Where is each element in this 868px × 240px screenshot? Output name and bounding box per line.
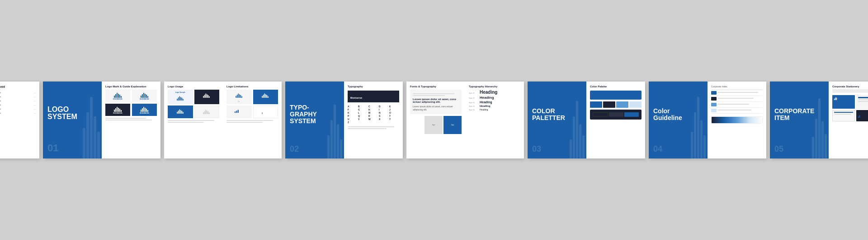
svg-rect-44	[179, 96, 180, 101]
page-spread-9: ColorGuideline 04 Corporate Index	[649, 82, 766, 158]
limitations-grid: ✕	[226, 90, 278, 118]
color-palette-left: COLORPALETTER 03	[528, 82, 586, 158]
toc-row-6: 06 Page Title Here —	[0, 111, 36, 114]
svg-rect-49	[204, 95, 205, 98]
svg-rect-61	[204, 111, 205, 114]
color-palette-sub-title: Color Palette	[590, 85, 642, 88]
alpha-T: T	[389, 115, 399, 117]
cg-table	[711, 90, 763, 114]
toc-row-1: 01 Page Title Here —	[0, 91, 36, 94]
svg-rect-68	[238, 94, 239, 98]
svg-rect-57	[180, 110, 181, 114]
svg-rect-20	[117, 93, 118, 98]
h-level-5: Style 05 Heading	[469, 108, 520, 111]
logo-ex-1: BUSINESS	[105, 90, 130, 102]
corp-stationery-title: Corporate Stationery	[832, 85, 868, 88]
typography-title: Typography	[348, 85, 399, 88]
toc-list: 01 Page Title Here — 02 Page Title Here …	[0, 91, 36, 114]
heading-lg: Heading	[480, 96, 494, 100]
alpha-A: A	[348, 105, 358, 108]
style-box-2: Style	[443, 116, 462, 134]
svg-rect-64	[208, 111, 209, 114]
svg-rect-71	[241, 96, 242, 98]
cg-deco	[689, 82, 708, 158]
limit-item-2	[253, 90, 278, 104]
svg-rect-56	[179, 110, 180, 114]
page-spread-7: Fonts & Typography Lorem ipsum dolor sit…	[406, 82, 524, 158]
alpha-X: X	[379, 118, 389, 120]
gradient-bar	[711, 116, 763, 124]
swatch-dark-1	[593, 112, 608, 117]
usage-item-4	[194, 106, 220, 118]
pages-container: BUSINESS TAGLINE GOES HERE BRAND GUIDELI…	[0, 72, 868, 168]
heading-xs: Heading	[480, 108, 488, 111]
style-box: Style	[425, 116, 443, 134]
cg-row-1	[711, 96, 763, 102]
svg-rect-74	[264, 94, 265, 98]
swatch-dark-3	[624, 112, 639, 117]
alpha-V: V	[358, 118, 368, 120]
alpha-O: O	[389, 111, 399, 114]
h-level-3: Style 03 Heading	[469, 101, 520, 104]
alpha-Z: Z	[348, 121, 358, 124]
svg-rect-80	[237, 110, 238, 113]
cg-right: Corporate Index	[708, 82, 766, 158]
typo-right: Typography Montserrat A B C D E F G H I …	[344, 82, 403, 158]
style-indicators: Style Style	[410, 116, 462, 134]
svg-rect-54	[177, 112, 178, 114]
stationery-items-2	[832, 110, 868, 121]
svg-rect-79	[236, 110, 237, 113]
svg-rect-25	[142, 94, 143, 98]
toc-right: Table Content 01 Page Title Here — 02 Pa…	[0, 82, 39, 158]
alpha-I: I	[379, 108, 389, 111]
typo-hierarchy-right: Typography Hierarchy Style 01 Heading St…	[465, 82, 524, 158]
cg-row-3	[711, 108, 763, 114]
svg-rect-19	[115, 94, 116, 98]
svg-rect-67	[237, 95, 238, 98]
svg-rect-66	[236, 96, 236, 98]
font-name: Montserrat	[350, 96, 362, 99]
logo-name-3: BUSINESS	[113, 112, 122, 114]
alpha-E: E	[389, 105, 399, 108]
logo-ex-icon-1	[113, 91, 123, 98]
svg-rect-42	[177, 99, 178, 101]
limit-item-3	[226, 106, 252, 118]
h-level-4: Style 04 Heading	[469, 105, 520, 107]
svg-rect-62	[206, 110, 207, 114]
alpha-S: S	[379, 115, 389, 117]
svg-rect-86	[858, 116, 859, 118]
svg-rect-65	[209, 113, 210, 114]
logo-name-4: BUSINESS	[140, 112, 149, 114]
logo-mark-title: Logo Mark & Guide Explanation	[105, 85, 157, 88]
toc-row-4: 04 Page Title Here —	[0, 103, 36, 106]
svg-rect-78	[235, 111, 236, 113]
fonts-title: Fonts & Typography	[410, 85, 462, 88]
svg-rect-40	[146, 109, 147, 112]
svg-rect-59	[183, 112, 184, 114]
svg-rect-81	[262, 112, 263, 114]
alpha-F: F	[348, 108, 358, 111]
svg-rect-82	[834, 99, 835, 100]
envelope	[832, 110, 855, 121]
alpha-W: W	[368, 118, 378, 120]
svg-rect-51	[207, 94, 208, 98]
svg-rect-53	[209, 96, 210, 98]
typo-hierarchy-title: Typography Hierarchy	[469, 85, 520, 88]
heading-md: Heading	[480, 101, 492, 104]
typo-deco	[326, 82, 344, 158]
page-spread-10: CORPORATEITEM 05 Corporate Stationery	[770, 82, 868, 158]
alphabet-grid: A B C D E F G H I J K L M N O P Q R S T	[348, 105, 399, 124]
limit-item-4	[253, 106, 278, 118]
alpha-C: C	[368, 105, 378, 108]
svg-rect-28	[146, 95, 147, 98]
swatch-light-blue	[616, 101, 628, 108]
svg-rect-83	[835, 98, 835, 100]
toc-title: Table Content	[0, 85, 36, 88]
logo-name-1: BUSINESS	[113, 98, 122, 100]
deco-bars-left	[81, 82, 102, 158]
svg-rect-48	[203, 96, 204, 98]
alpha-M: M	[368, 111, 378, 114]
svg-rect-37	[142, 108, 143, 112]
logo-usage-left: Logo Usage Logo Sample	[164, 82, 223, 158]
cg-row-header	[711, 90, 763, 96]
